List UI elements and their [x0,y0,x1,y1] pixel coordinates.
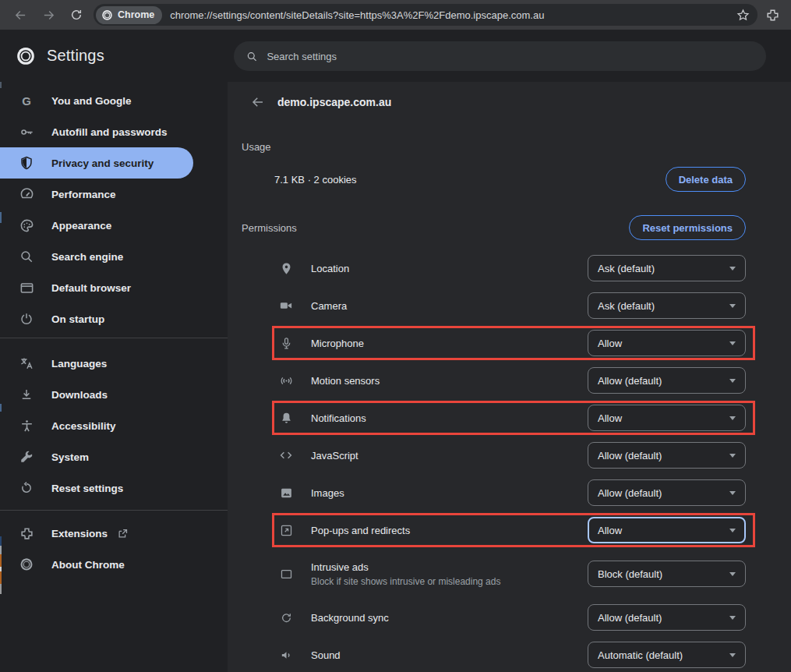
permission-row-javascript: JavaScript Allow (default) [228,437,791,474]
palette-icon [19,218,34,233]
permission-row-camera: Camera Ask (default) [228,287,791,324]
permission-row-background-sync: Background sync Allow (default) [228,599,791,636]
background-window-sliver [0,404,2,412]
permissions-section-label: Permissions [242,222,297,234]
forward-arrow-icon [42,9,55,22]
url-text[interactable]: chrome://settings/content/siteDetails?si… [170,9,736,21]
settings-search[interactable] [234,41,766,71]
permission-sublabel: Block if site shows intrusive or mislead… [311,576,500,587]
accessibility-person-icon [19,418,34,433]
background-sync-permission-select[interactable]: Allow (default) [588,604,746,631]
reload-button[interactable] [65,4,87,26]
background-window-sliver [0,554,2,567]
usage-section-label: Usage [242,141,791,153]
dropdown-caret-icon [729,529,736,532]
sidebar-item-languages[interactable]: Languages [0,348,228,379]
sidebar-item-autofill[interactable]: Autofill and passwords [0,116,228,147]
dropdown-caret-icon [729,341,736,345]
sidebar-divider [0,338,228,338]
reset-permissions-button[interactable]: Reset permissions [629,215,746,240]
translate-icon [19,355,34,371]
image-icon [277,483,295,502]
power-icon [19,311,34,327]
dropdown-caret-icon [729,572,736,576]
site-chip[interactable]: Chrome [96,6,162,24]
microphone-icon [277,334,295,352]
background-window-sliver [0,536,2,546]
camera-icon [277,296,295,315]
sidebar-item-default-browser[interactable]: Default browser [0,272,228,303]
restore-icon [19,480,34,496]
background-window-sliver [0,82,2,88]
permission-row-images: Images Allow (default) [228,474,791,511]
speedometer-icon [19,186,34,202]
permission-label: Images [311,487,344,499]
back-button[interactable] [9,4,31,26]
search-input[interactable] [267,51,754,62]
popups-permission-select[interactable]: Allow [588,517,746,543]
sidebar-item-downloads[interactable]: Downloads [0,379,228,410]
reload-icon [70,9,83,21]
intrusive-ads-permission-select[interactable]: Block (default) [588,561,746,587]
browser-window: Chrome chrome://settings/content/siteDet… [0,0,791,672]
bookmark-star-icon[interactable] [736,9,750,22]
settings-sidebar: G You and Google Autofill and passwords … [0,82,228,672]
background-window-sliver [0,546,2,554]
dropdown-caret-icon [729,416,736,420]
dropdown-caret-icon [729,379,736,383]
site-details-panel: demo.ipscape.com.au Usage 7.1 KB · 2 coo… [228,82,791,672]
permission-label: Microphone [311,338,364,349]
sidebar-item-accessibility[interactable]: Accessibility [0,410,228,441]
dropdown-caret-icon [729,616,736,620]
permission-label: Intrusive ads [311,561,500,573]
location-pin-icon [277,259,295,278]
sidebar-item-appearance[interactable]: Appearance [0,210,228,241]
usage-summary: 7.1 KB · 2 cookies [274,174,357,186]
delete-data-button[interactable]: Delete data [666,167,746,192]
chrome-logo-icon [101,9,113,21]
microphone-permission-select[interactable]: Allow [588,330,746,356]
permission-row-popups: Pop-ups and redirects Allow [228,511,791,549]
location-permission-select[interactable]: Ask (default) [588,255,746,281]
permission-label: Motion sensors [311,375,380,387]
permission-label: Sound [311,649,341,661]
sidebar-item-on-startup[interactable]: On startup [0,303,228,334]
images-permission-select[interactable]: Allow (default) [588,479,746,506]
sidebar-item-extensions[interactable]: Extensions [0,518,228,549]
sidebar-item-performance[interactable]: Performance [0,179,228,210]
sidebar-item-reset-settings[interactable]: Reset settings [0,472,228,504]
permission-row-intrusive-ads: Intrusive ads Block if site shows intrus… [228,549,791,599]
back-icon[interactable] [251,95,265,109]
permission-row-motion-sensors: Motion sensors Allow (default) [228,362,791,399]
javascript-permission-select[interactable]: Allow (default) [588,442,746,469]
sidebar-item-search-engine[interactable]: Search engine [0,241,228,272]
sound-permission-select[interactable]: Automatic (default) [588,642,746,668]
sidebar-item-system[interactable]: System [0,441,228,472]
sidebar-item-you-and-google[interactable]: G You and Google [0,85,228,116]
usage-row: 7.1 KB · 2 cookies Delete data [228,161,791,198]
notifications-permission-select[interactable]: Allow [588,405,746,431]
motion-sensors-permission-select[interactable]: Allow (default) [588,367,746,394]
permission-row-location: Location Ask (default) [228,249,791,287]
bell-icon [277,409,295,427]
address-bar[interactable]: Chrome chrome://settings/content/siteDet… [94,4,757,26]
code-brackets-icon [277,446,295,465]
dropdown-caret-icon [729,267,736,271]
puzzle-icon [19,525,34,541]
site-chip-label: Chrome [118,9,154,20]
extensions-puzzle-icon[interactable] [765,8,780,23]
sync-icon [277,608,295,627]
popup-redirect-icon [277,521,295,539]
back-arrow-icon [14,9,27,22]
site-title: demo.ipscape.com.au [277,96,391,108]
page-title: Settings [47,47,104,65]
dropdown-caret-icon [729,454,736,458]
permission-label: Background sync [311,612,389,624]
sidebar-item-privacy-security[interactable]: Privacy and security [0,147,193,179]
sidebar-item-about-chrome[interactable]: About Chrome [0,549,228,580]
forward-button[interactable] [37,4,59,26]
camera-permission-select[interactable]: Ask (default) [588,292,746,319]
dropdown-caret-icon [729,653,736,657]
download-icon [19,387,34,402]
background-window-sliver [0,571,2,584]
